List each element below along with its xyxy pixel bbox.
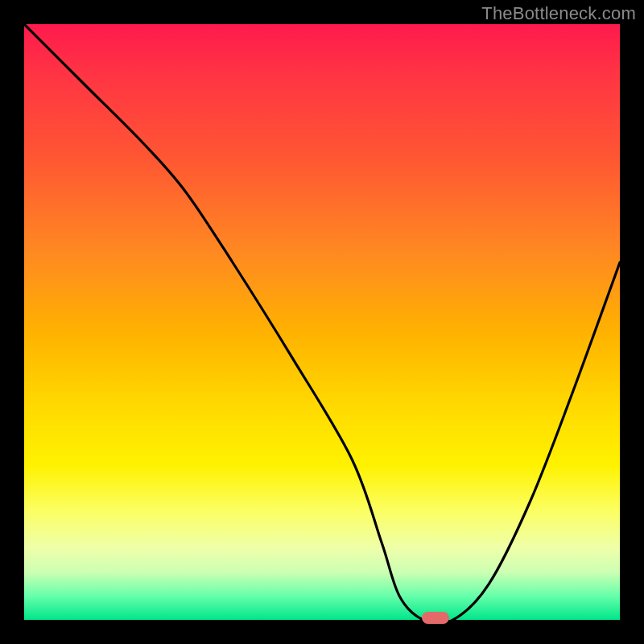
chart-curve xyxy=(24,24,620,620)
optimal-point-marker xyxy=(422,612,449,624)
bottleneck-curve-path xyxy=(24,24,620,620)
chart-frame xyxy=(24,24,620,620)
watermark-text: TheBottleneck.com xyxy=(481,3,636,24)
